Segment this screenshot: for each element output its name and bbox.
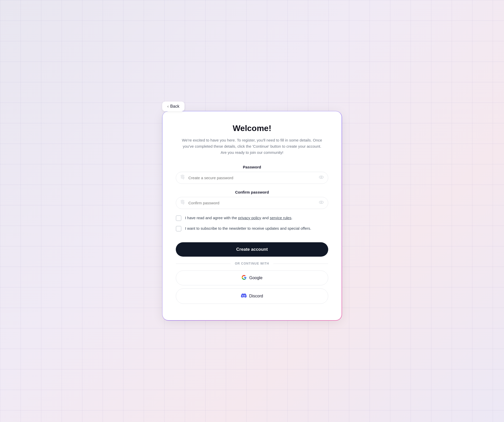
privacy-label: I have read and agree with the privacy p… bbox=[185, 215, 293, 221]
privacy-text-before: I have read and agree with the bbox=[185, 216, 238, 220]
registration-card: Welcome! We're excited to have you here.… bbox=[162, 111, 342, 320]
google-button[interactable]: Google bbox=[176, 270, 328, 285]
chevron-left-icon: ‹ bbox=[167, 104, 169, 109]
privacy-policy-link[interactable]: privacy policy bbox=[238, 216, 261, 220]
password-input-wrapper bbox=[176, 172, 328, 184]
confirm-password-label: Confirm password bbox=[176, 190, 328, 194]
confirm-password-toggle-icon[interactable] bbox=[318, 199, 324, 206]
privacy-text-after: . bbox=[291, 216, 292, 220]
back-button[interactable]: ‹ Back bbox=[162, 102, 185, 111]
page-title: Welcome! bbox=[176, 124, 328, 133]
password-toggle-icon[interactable] bbox=[318, 174, 324, 181]
card-wrapper: ‹ Back Welcome! We're excited to have yo… bbox=[162, 102, 342, 320]
discord-button-label: Discord bbox=[249, 294, 263, 298]
divider-line-right bbox=[273, 264, 328, 264]
divider-line-left bbox=[176, 264, 231, 264]
newsletter-checkbox-group: I want to subscribe to the newsletter to… bbox=[176, 226, 328, 232]
svg-point-3 bbox=[321, 202, 322, 203]
create-account-button[interactable]: Create account bbox=[176, 242, 328, 257]
privacy-text-middle: and bbox=[261, 216, 270, 220]
confirm-password-field-group: Confirm password bbox=[176, 190, 328, 209]
privacy-checkbox-group: I have read and agree with the privacy p… bbox=[176, 215, 328, 221]
discord-button[interactable]: Discord bbox=[176, 288, 328, 304]
svg-point-2 bbox=[319, 201, 324, 204]
password-input[interactable] bbox=[176, 172, 328, 184]
google-icon bbox=[241, 275, 247, 281]
back-button-label: Back bbox=[170, 104, 179, 109]
or-divider: OR CONTINUE WITH bbox=[176, 262, 328, 265]
confirm-password-input-wrapper bbox=[176, 197, 328, 209]
svg-point-0 bbox=[319, 176, 324, 178]
svg-point-1 bbox=[321, 177, 322, 178]
password-label: Password bbox=[176, 165, 328, 169]
discord-icon bbox=[241, 293, 247, 299]
or-text: OR CONTINUE WITH bbox=[235, 262, 269, 265]
google-button-label: Google bbox=[249, 276, 263, 280]
privacy-checkbox[interactable] bbox=[176, 215, 181, 221]
service-rules-link[interactable]: service rules bbox=[270, 216, 291, 220]
newsletter-label: I want to subscribe to the newsletter to… bbox=[185, 226, 311, 232]
page-subtitle: We're excited to have you here. To regis… bbox=[176, 137, 328, 156]
confirm-password-input[interactable] bbox=[176, 197, 328, 209]
newsletter-checkbox[interactable] bbox=[176, 226, 181, 232]
password-field-group: Password bbox=[176, 165, 328, 184]
